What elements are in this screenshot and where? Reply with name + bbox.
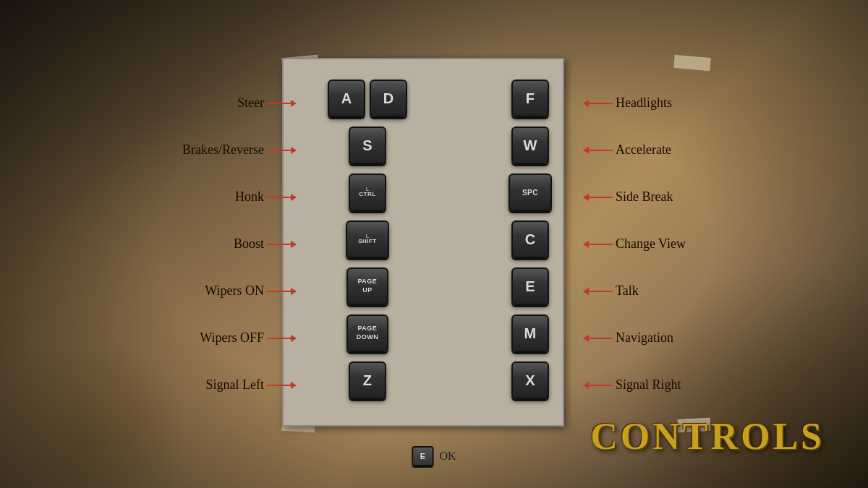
key-pagedown[interactable]: PAGEDOWN bbox=[346, 314, 388, 352]
label-talk: Talk bbox=[616, 283, 639, 299]
label-accelerate: Accelerate bbox=[616, 142, 671, 158]
right-keys-col: F W SPC C E M X bbox=[509, 80, 574, 399]
key-s[interactable]: S bbox=[349, 127, 386, 164]
center-keys: A D S L CTRL L SHIFT PAGEUP bbox=[299, 65, 581, 414]
label-boost: Boost bbox=[234, 236, 264, 252]
key-c[interactable]: C bbox=[511, 221, 549, 258]
label-headlights: Headlights bbox=[616, 95, 672, 111]
label-wipers-on: Wipers ON bbox=[205, 283, 264, 299]
key-pair-ad: A D bbox=[328, 80, 407, 117]
key-x[interactable]: X bbox=[511, 361, 549, 399]
key-a[interactable]: A bbox=[328, 80, 365, 117]
key-spc[interactable]: SPC bbox=[509, 174, 552, 211]
label-row-change-view: Change View bbox=[581, 221, 686, 267]
key-f[interactable]: F bbox=[511, 80, 549, 117]
label-row-boost: Boost bbox=[234, 221, 299, 267]
label-signal-left: Signal Left bbox=[205, 377, 263, 393]
label-row-accelerate: Accelerate bbox=[581, 127, 671, 174]
label-wipers-off: Wipers OFF bbox=[200, 330, 264, 346]
label-row-headlights: Headlights bbox=[581, 80, 672, 127]
label-honk: Honk bbox=[235, 189, 264, 205]
label-navigation: Navigation bbox=[616, 330, 673, 346]
right-labels: Headlights Accelerate Side Break Change … bbox=[581, 80, 686, 408]
ok-key[interactable]: E bbox=[412, 446, 433, 466]
left-keys-col: A D S L CTRL L SHIFT PAGEUP bbox=[306, 80, 407, 399]
arrow-accelerate bbox=[584, 150, 613, 151]
arrow-wipers-on bbox=[267, 291, 296, 292]
label-brakes: Brakes/Reverse bbox=[182, 142, 264, 158]
label-row-navigation: Navigation bbox=[581, 314, 673, 361]
left-labels: Steer Brakes/Reverse Honk Boost Wipers O… bbox=[182, 80, 299, 408]
arrow-signal-left bbox=[267, 385, 296, 386]
label-steer: Steer bbox=[237, 95, 264, 111]
arrow-headlights bbox=[584, 103, 613, 104]
label-row-brakes: Brakes/Reverse bbox=[182, 127, 299, 174]
label-row-wipers-off: Wipers OFF bbox=[200, 314, 299, 361]
label-row-signal-right: Signal Right bbox=[581, 361, 681, 408]
controls-title: CONTROLS bbox=[590, 415, 825, 458]
key-z[interactable]: Z bbox=[349, 361, 386, 399]
ok-label: OK bbox=[439, 450, 456, 463]
arrow-brakes bbox=[267, 150, 296, 151]
label-side-break: Side Break bbox=[616, 189, 673, 205]
arrow-side-break bbox=[584, 197, 613, 198]
label-row-side-break: Side Break bbox=[581, 174, 673, 221]
label-row-steer: Steer bbox=[237, 80, 299, 127]
controls-layout: Steer Brakes/Reverse Honk Boost Wipers O… bbox=[0, 65, 868, 414]
label-row-wipers-on: Wipers ON bbox=[205, 267, 299, 314]
arrow-talk bbox=[584, 291, 613, 292]
key-d[interactable]: D bbox=[370, 80, 407, 117]
label-change-view: Change View bbox=[616, 236, 686, 252]
key-w[interactable]: W bbox=[511, 127, 549, 164]
label-row-signal-left: Signal Left bbox=[205, 361, 298, 408]
arrow-wipers-off bbox=[267, 338, 296, 339]
arrow-steer bbox=[267, 103, 296, 104]
key-lctrl[interactable]: L CTRL bbox=[349, 174, 386, 211]
key-e[interactable]: E bbox=[511, 267, 549, 305]
label-row-honk: Honk bbox=[235, 174, 299, 221]
arrow-navigation bbox=[584, 338, 613, 339]
arrow-signal-right bbox=[584, 385, 613, 386]
arrow-boost bbox=[267, 244, 296, 245]
label-signal-right: Signal Right bbox=[616, 377, 681, 393]
key-pageup[interactable]: PAGEUP bbox=[346, 267, 388, 305]
key-lshift[interactable]: L SHIFT bbox=[346, 221, 389, 258]
ok-bar: E OK bbox=[412, 446, 456, 466]
arrow-honk bbox=[267, 197, 296, 198]
label-row-talk: Talk bbox=[581, 267, 639, 314]
key-m[interactable]: M bbox=[511, 314, 549, 352]
arrow-change-view bbox=[584, 244, 613, 245]
